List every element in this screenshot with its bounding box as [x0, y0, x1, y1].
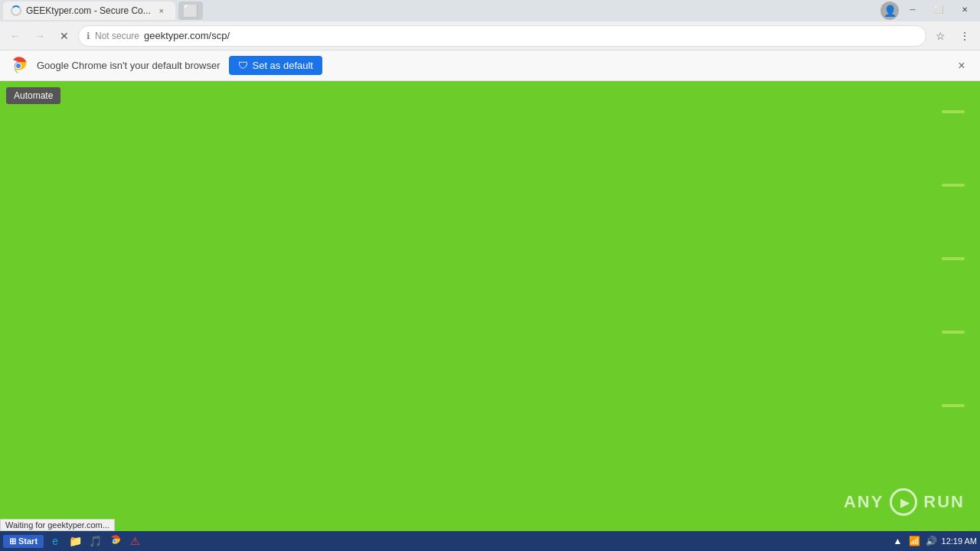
taskbar: ⊞ Start e 📁 🎵 ⚠ ▲ 📶 [0, 531, 980, 551]
volume-icon: 🔊 [926, 536, 937, 546]
tab-close-button[interactable]: × [155, 5, 168, 17]
forward-button[interactable]: → [29, 25, 51, 47]
close-button[interactable]: ✕ [952, 2, 977, 17]
warning-icon: ⚠ [130, 535, 140, 547]
minimize-button[interactable]: ─ [900, 2, 925, 17]
new-tab-icon: ⬜ [183, 4, 198, 18]
user-avatar[interactable]: 👤 [880, 2, 899, 20]
taskbar-left: ⊞ Start e 📁 🎵 ⚠ [3, 533, 143, 549]
taskbar-media-icon[interactable]: 🎵 [87, 533, 103, 549]
loading-bar-5 [942, 404, 965, 407]
taskbar-expand-icon[interactable]: ▲ [891, 534, 905, 548]
automate-button[interactable]: Automate [6, 87, 60, 104]
anyrun-logo: ANY ▶ RUN [844, 488, 965, 516]
taskbar-time: 12:19 AM [942, 536, 977, 546]
svg-point-2 [16, 64, 21, 68]
reload-button[interactable]: ✕ [54, 25, 75, 47]
taskbar-ie-icon[interactable]: e [47, 533, 64, 549]
minimize-icon: ─ [910, 5, 915, 14]
titlebar-left: GEEKtyper.com - Secure Co... × ⬜ [3, 2, 203, 20]
security-label: Not secure [95, 31, 139, 41]
status-text: Waiting for geektyper.com... [5, 520, 109, 530]
taskbar-folder-icon[interactable]: 📁 [67, 533, 83, 549]
expand-icon: ▲ [893, 536, 903, 546]
status-bar: Waiting for geektyper.com... [0, 519, 115, 531]
close-icon: ✕ [962, 5, 968, 14]
media-icon: 🎵 [89, 535, 102, 547]
loading-bar-1 [942, 110, 965, 113]
taskbar-chrome-icon[interactable] [106, 533, 123, 549]
svg-point-5 [113, 540, 116, 542]
anyrun-play-icon: ▶ [890, 488, 917, 516]
active-tab[interactable]: GEEKtyper.com - Secure Co... × [3, 2, 175, 20]
chrome-menu-button[interactable]: ⋮ [954, 25, 975, 47]
restore-button[interactable]: ⬜ [926, 2, 951, 17]
url-bar[interactable]: ℹ Not secure geektyper.com/scp/ [78, 25, 926, 47]
ie-icon: e [52, 535, 58, 547]
back-button[interactable]: ← [5, 25, 26, 47]
loading-indicators [942, 81, 965, 407]
loading-bar-2 [942, 184, 965, 187]
folder-icon: 📁 [69, 535, 82, 547]
window-controls: 👤 ─ ⬜ ✕ [880, 2, 977, 20]
anyrun-run-text: RUN [923, 492, 965, 512]
taskbar-warning-icon[interactable]: ⚠ [126, 533, 143, 549]
taskbar-network-icon[interactable]: 📶 [908, 534, 922, 548]
network-icon: 📶 [909, 536, 920, 546]
set-default-button[interactable]: 🛡 Set as default [229, 56, 322, 75]
forward-icon: → [34, 30, 45, 42]
tab-favicon [11, 5, 21, 16]
set-default-label: Set as default [252, 60, 313, 71]
back-icon: ← [10, 30, 21, 42]
restore-icon: ⬜ [934, 5, 943, 14]
taskbar-right: ▲ 📶 🔊 12:19 AM [891, 534, 977, 548]
taskbar-volume-icon[interactable]: 🔊 [925, 534, 939, 548]
loading-bar-4 [942, 331, 965, 334]
new-tab-button[interactable]: ⬜ [178, 2, 203, 20]
start-button[interactable]: ⊞ Start [3, 535, 44, 548]
bookmark-button[interactable]: ☆ [929, 25, 951, 47]
user-icon: 👤 [884, 5, 897, 17]
close-icon: × [958, 59, 965, 73]
menu-icon: ⋮ [959, 30, 970, 42]
default-browser-message: Google Chrome isn't your default browser [37, 60, 220, 71]
addressbar: ← → ✕ ℹ Not secure geektyper.com/scp/ ☆ … [0, 21, 980, 51]
star-icon: ☆ [936, 30, 946, 42]
shield-icon: 🛡 [238, 60, 248, 71]
page-content: Automate ANY ▶ RUN [0, 81, 980, 531]
chrome-logo [9, 57, 28, 75]
windows-icon: ⊞ [9, 536, 16, 546]
chrome-taskbar-icon [109, 535, 121, 547]
titlebar: GEEKtyper.com - Secure Co... × ⬜ 👤 ─ ⬜ ✕ [0, 0, 980, 21]
automate-label: Automate [14, 90, 53, 101]
url-text: geektyper.com/scp/ [144, 30, 230, 41]
tab-title: GEEKtyper.com - Secure Co... [26, 5, 151, 16]
start-label: Start [18, 536, 38, 546]
security-icon: ℹ [87, 31, 90, 41]
anyrun-text: ANY [844, 492, 884, 512]
loading-spinner [11, 5, 21, 16]
reload-icon: ✕ [60, 30, 69, 42]
loading-bar-3 [942, 257, 965, 260]
default-browser-infobar: Google Chrome isn't your default browser… [0, 51, 980, 81]
infobar-close-button[interactable]: × [952, 57, 971, 75]
